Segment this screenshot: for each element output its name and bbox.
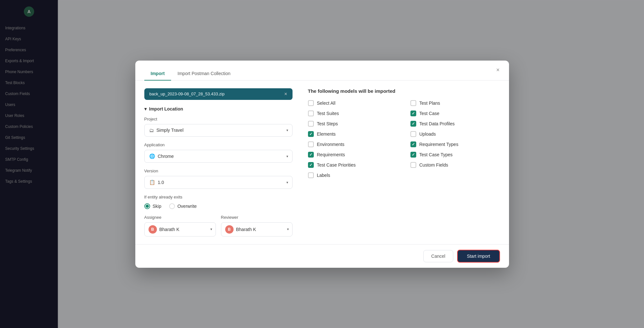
tab-import[interactable]: Import: [144, 67, 171, 81]
import-location-label: Import Location: [149, 106, 183, 111]
radio-skip[interactable]: Skip: [144, 203, 161, 209]
close-button[interactable]: ×: [494, 66, 503, 75]
reviewer-select[interactable]: B Bharath K ▾: [221, 222, 293, 236]
checkbox-labels[interactable]: [308, 172, 314, 178]
model-label-test-case: Test Case: [419, 111, 439, 116]
model-label-environments: Environments: [317, 142, 345, 147]
checkbox-test-case-priorities[interactable]: [308, 162, 314, 168]
radio-skip-dot: [146, 205, 149, 208]
model-item-custom-fields[interactable]: Custom Fields: [410, 162, 500, 168]
model-item-test-case-types[interactable]: Test Case Types: [410, 152, 500, 158]
radio-overwrite-label: Overwrite: [178, 204, 197, 209]
file-chip: back_up_2023-09-08_07_28_53.433.zip ×: [144, 88, 293, 100]
project-chevron-icon: ▾: [286, 128, 288, 132]
checkbox-select-all[interactable]: [308, 100, 314, 106]
checkbox-elements[interactable]: [308, 131, 314, 137]
model-label-test-data-profiles: Test Data Profiles: [419, 121, 455, 126]
reviewer-section: Reviewer B Bharath K ▾: [221, 215, 293, 236]
reviewer-value: Bharath K: [236, 227, 256, 232]
checkbox-requirements[interactable]: [308, 152, 314, 158]
start-import-button[interactable]: Start import: [457, 250, 500, 263]
model-item-select-all[interactable]: Select All: [308, 100, 398, 106]
model-label-test-case-types: Test Case Types: [419, 152, 453, 157]
application-value: Chrome: [158, 154, 174, 159]
version-icon: 📋: [149, 179, 155, 185]
application-label: Application: [144, 142, 293, 147]
file-remove-button[interactable]: ×: [284, 92, 287, 97]
assignee-reviewer-row: Assignee B Bharath K ▾ Reviewer B Bharat…: [144, 215, 293, 236]
version-chevron-icon: ▾: [286, 180, 288, 184]
models-title: The following models will be imported: [308, 88, 500, 94]
version-label: Version: [144, 169, 293, 173]
right-panel: The following models will be imported Se…: [308, 88, 500, 236]
model-item-requirement-types[interactable]: Requirement Types: [410, 141, 500, 147]
project-icon: 🗂: [149, 128, 154, 133]
radio-overwrite[interactable]: Overwrite: [169, 203, 197, 209]
assignee-avatar: B: [149, 225, 157, 234]
model-item-test-steps[interactable]: Test Steps: [308, 121, 398, 127]
model-label-labels: Labels: [317, 173, 330, 178]
checkbox-test-case[interactable]: [410, 111, 416, 116]
checkbox-uploads[interactable]: [410, 131, 416, 137]
assignee-section: Assignee B Bharath K ▾: [144, 215, 216, 236]
model-item-environments[interactable]: Environments: [308, 141, 398, 147]
project-select[interactable]: 🗂 Simply Travel ▾: [144, 124, 293, 137]
application-icon: 🌐: [149, 153, 155, 159]
import-location-toggle[interactable]: ▾ Import Location: [144, 106, 293, 111]
version-section: Version 📋 1.0 ▾: [144, 169, 293, 189]
model-item-test-case-priorities[interactable]: Test Case Priorities: [308, 162, 398, 168]
import-modal: Import Import Postman Collection × back_…: [135, 61, 509, 268]
entity-exists-section: If entity already exits Skip Overwrite: [144, 195, 293, 209]
model-label-select-all: Select All: [317, 101, 336, 106]
application-section: Application 🌐 Chrome ▾: [144, 142, 293, 163]
checkbox-test-suites[interactable]: [308, 111, 314, 116]
checkbox-custom-fields[interactable]: [410, 162, 416, 168]
version-value: 1.0: [158, 180, 164, 185]
assignee-label: Assignee: [144, 215, 216, 220]
version-select[interactable]: 📋 1.0 ▾: [144, 176, 293, 189]
checkbox-test-plans[interactable]: [410, 100, 416, 106]
model-item-test-plans[interactable]: Test Plans: [410, 100, 500, 106]
checkbox-test-steps[interactable]: [308, 121, 314, 127]
model-label-uploads: Uploads: [419, 131, 436, 137]
checkbox-requirement-types[interactable]: [410, 141, 416, 147]
checkbox-test-case-types[interactable]: [410, 152, 416, 158]
entity-exists-label: If entity already exits: [144, 195, 293, 199]
model-label-elements: Elements: [317, 131, 336, 137]
assignee-value: Bharath K: [159, 227, 179, 232]
file-name: back_up_2023-09-08_07_28_53.433.zip: [149, 92, 281, 96]
model-item-test-data-profiles[interactable]: Test Data Profiles: [410, 121, 500, 127]
project-value: Simply Travel: [157, 128, 184, 133]
application-select[interactable]: 🌐 Chrome ▾: [144, 150, 293, 163]
project-section: Project 🗂 Simply Travel ▾: [144, 117, 293, 137]
project-label: Project: [144, 117, 293, 121]
checkbox-environments[interactable]: [308, 141, 314, 147]
radio-overwrite-circle: [169, 203, 175, 209]
model-item-test-suites[interactable]: Test Suites: [308, 111, 398, 116]
model-label-test-steps: Test Steps: [317, 121, 338, 126]
radio-skip-circle: [144, 203, 150, 209]
model-label-test-suites: Test Suites: [317, 111, 339, 116]
model-label-requirement-types: Requirement Types: [419, 142, 458, 147]
assignee-select[interactable]: B Bharath K ▾: [144, 222, 216, 236]
modal-footer: Cancel Start import: [135, 244, 509, 268]
checkbox-test-data-profiles[interactable]: [410, 121, 416, 127]
model-item-labels[interactable]: Labels: [308, 172, 398, 178]
model-item-elements[interactable]: Elements: [308, 131, 398, 137]
reviewer-chevron-icon: ▾: [287, 227, 289, 231]
model-label-requirements: Requirements: [317, 152, 345, 157]
model-item-uploads[interactable]: Uploads: [410, 131, 500, 137]
radio-group: Skip Overwrite: [144, 203, 293, 209]
models-grid: Select AllTest PlansTest SuitesTest Case…: [308, 100, 500, 178]
tab-import-postman[interactable]: Import Postman Collection: [171, 67, 237, 81]
modal-body: back_up_2023-09-08_07_28_53.433.zip × ▾ …: [135, 81, 509, 244]
reviewer-avatar: B: [225, 225, 234, 234]
cancel-button[interactable]: Cancel: [423, 250, 454, 262]
modal-header: Import Import Postman Collection ×: [135, 61, 509, 81]
model-item-test-case[interactable]: Test Case: [410, 111, 500, 116]
model-label-test-case-priorities: Test Case Priorities: [317, 162, 356, 168]
reviewer-label: Reviewer: [221, 215, 293, 220]
model-item-requirements[interactable]: Requirements: [308, 152, 398, 158]
left-panel: back_up_2023-09-08_07_28_53.433.zip × ▾ …: [144, 88, 293, 236]
import-location-chevron-icon: ▾: [144, 106, 147, 111]
